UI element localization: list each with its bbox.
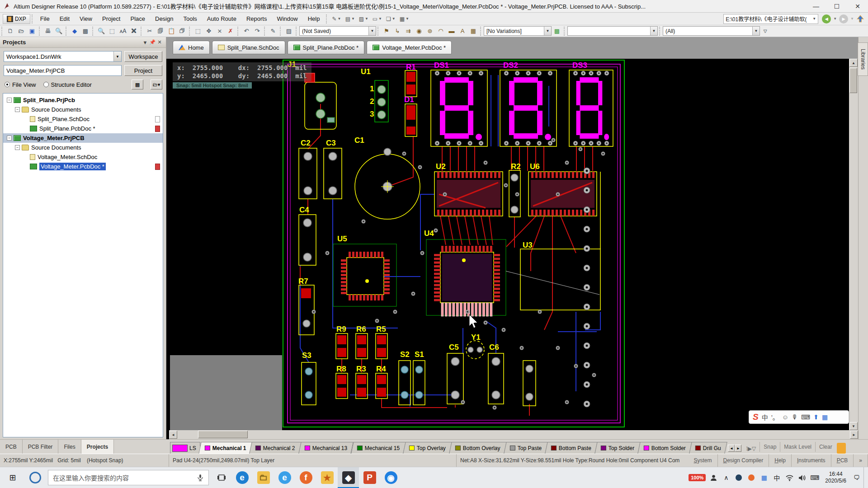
powerpoint-taskbar-icon[interactable]: P [359,467,380,488]
layer-tab-top-paste[interactable]: Top Paste [504,442,548,454]
toolbar-fill-button[interactable]: ▬ [446,26,457,36]
doc-tab-split_plane-pcbdoc[interactable]: Split_Plane.PcbDoc * [288,41,365,54]
toolbar-move-button[interactable]: ✥ [203,26,214,36]
tree-item-source-documents[interactable]: −Source Documents [3,143,163,152]
layer-tab-drill-gu[interactable]: Drill Gu [689,442,728,454]
toolbar-paste-button[interactable]: 📋 [166,26,177,36]
pcb-canvas[interactable]: J1U1123R1D1DS1DS2DS3C2C3C1U2R2U6C4U5U4U3… [169,59,849,430]
toolbar-bitmap-button[interactable]: ▨ [283,26,294,36]
sogou-logo-icon[interactable]: S [753,412,759,422]
toolbar-undo-button[interactable]: ↶ [241,26,252,36]
workspace-button[interactable]: Workspace [124,51,162,62]
menu-project[interactable]: Project [97,14,125,24]
structure-editor-radio[interactable]: Structure Editor [43,81,92,88]
layer-tab-mechanical-13[interactable]: Mechanical 13 [298,442,354,454]
layer-control-snap[interactable]: Snap [760,442,780,452]
edge-taskbar-icon[interactable]: e [231,467,253,488]
project-combo[interactable]: Voltage_Meter.PrjPCB [4,65,122,76]
menu-help[interactable]: Help [303,14,325,24]
menu-place[interactable]: Place [125,14,150,24]
toolbar-clear-filter-button[interactable]: ✗ [225,26,236,36]
vertical-scrollbar[interactable]: ▲ ▼ [849,59,858,430]
status-panel-system[interactable]: System [688,454,717,467]
tree-item-voltage_meter-prjpcb[interactable]: −Voltage_Meter.PrjPCB [3,133,163,143]
panel-tab-pcb[interactable]: PCB [0,440,23,454]
forward-button[interactable]: ► [839,14,848,23]
doc-tab-voltage_meter-pcbdoc[interactable]: Voltage_Meter.PcbDoc * [367,41,452,54]
doc-tab-split_plane-schdoc[interactable]: Split_Plane.SchDoc [212,41,285,54]
toolbar-save-button[interactable]: ▣ [27,26,38,36]
menu-file[interactable]: File [35,14,55,24]
variations-combo[interactable]: [No Variations]▼ [484,26,552,36]
notification-icon[interactable] [837,443,846,454]
toolbar-zoom-window-button[interactable]: 🔍 [96,26,107,36]
layer-control-mask-level[interactable]: Mask Level [780,442,815,452]
grid-preset-combo[interactable]: (Not Saved)▼ [299,26,376,36]
toolbar-variant-icon[interactable]: ▩ [552,26,562,36]
sogou-keyboard-icon[interactable]: ⌨ [801,413,810,421]
taskbar-search-input[interactable]: 在这里输入你要搜索的内容 [48,470,209,485]
layer-tab-mechanical-2[interactable]: Mechanical 2 [250,442,302,454]
toolbar-interactive-edit-button[interactable]: ✎ [268,26,278,36]
toolbar-paste-array-button[interactable]: 🗇 [177,26,188,36]
tray-app2-icon[interactable] [745,469,757,487]
layer-tab-bottom-overlay[interactable]: Bottom Overlay [449,442,506,454]
microphone-icon[interactable] [197,474,204,481]
toolbar-zoom-select-button[interactable]: ⬚ [107,26,118,36]
toolbar-pad-button[interactable]: ◉ [414,26,425,36]
toolbar-print-button[interactable]: 🖶 [42,26,53,36]
tree-item-voltage_meter-schdoc[interactable]: Voltage_Meter.SchDoc [3,152,163,162]
tray-keyboard-icon[interactable]: ⌨ [809,469,821,487]
toolbar-copy-button[interactable]: 🗐 [155,26,166,36]
panel-tab-pcb-filter[interactable]: PCB Filter [23,440,59,454]
tray-volume-icon[interactable] [796,469,808,487]
tab-scroll-left[interactable]: ◄ [728,445,735,452]
horizontal-scrollbar[interactable]: ◄ ► [169,430,858,439]
menu-view[interactable]: View [75,14,97,24]
sogou-toolbox-icon[interactable]: ▦ [822,413,828,421]
tray-people-icon[interactable] [708,469,719,487]
toolbar-diff-pair-button[interactable]: ⇉ [403,26,414,36]
cortana-button[interactable] [25,467,45,488]
panel-tab-files[interactable]: Files [58,440,81,454]
sogou-upload-icon[interactable]: ⬆ [813,413,819,421]
doc-tab-home[interactable]: Home [173,41,210,54]
toolbar-redo-button[interactable]: ↷ [252,26,263,36]
tray-battery-badge[interactable]: 100% [688,469,707,487]
layer-color-tool-icon[interactable]: ✎▼ [330,14,343,24]
tree-item-split_plane-schdoc[interactable]: Split_Plane.SchDoc [3,114,163,124]
back-button[interactable]: ◄ [822,14,831,23]
filter-icon[interactable]: 🜄 [760,26,771,36]
tray-wifi-icon[interactable] [783,469,795,487]
project-button[interactable]: Project [124,65,162,76]
find-similar-tool-icon[interactable]: ▨▼ [357,14,370,24]
layer-sets-tab[interactable]: LS [170,442,200,454]
ie-taskbar-icon[interactable]: e [274,467,295,488]
layer-tab-mechanical-1[interactable]: Mechanical 1 [198,442,252,454]
toolbar-print-preview-button[interactable]: 🔍 [53,26,64,36]
status-panel-instruments[interactable]: Instruments [792,454,831,467]
workspace-combo[interactable]: Workspace1.DsnWrk▼ [4,51,122,62]
status-panel-design-compiler[interactable]: Design Compiler [718,454,769,467]
toolbar-zoom-format-button[interactable]: 🗚 [118,26,128,36]
menu-design[interactable]: Design [150,14,178,24]
cascade-tool-icon[interactable]: ❏▼ [384,14,397,24]
tree-item-source-documents[interactable]: −Source Documents [3,105,163,114]
tree-item-split_plane-pcbdoc[interactable]: Split_Plane.PcbDoc * [3,124,163,133]
layer-control-clear[interactable]: Clear [815,442,836,452]
expand-collapse-icon[interactable]: − [15,107,20,112]
status-panel-help[interactable]: Help [769,454,792,467]
toolbar-route-button[interactable]: ↳ [392,26,403,36]
tray-ime-indicator[interactable]: 中 [771,469,783,487]
toolbar-select-area-button[interactable]: ⬚ [193,26,203,36]
layer-tab-top-solder[interactable]: Top Solder [594,442,641,454]
expand-collapse-icon[interactable]: − [15,145,20,150]
toolbar-via-button[interactable]: ⊚ [425,26,435,36]
back-dropdown[interactable]: ▼ [833,17,837,21]
firefox-taskbar-icon[interactable]: f [295,467,316,488]
toolbar-arc-button[interactable]: ◠ [435,26,446,36]
dxp-menu[interactable]: DXP [3,14,30,24]
show-desktop-button[interactable] [863,467,867,488]
document-options-tool-icon[interactable]: ▤▼ [343,14,357,24]
expand-collapse-icon[interactable]: − [7,136,12,141]
